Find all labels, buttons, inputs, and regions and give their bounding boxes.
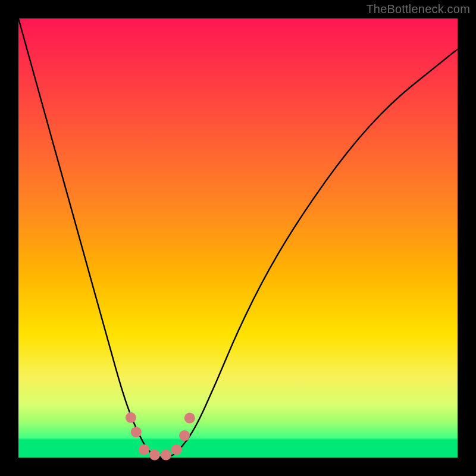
watermark-text: TheBottleneck.com	[366, 2, 470, 16]
chart-frame: TheBottleneck.com	[0, 0, 476, 476]
marker-dot	[184, 413, 195, 424]
curve-line	[18, 18, 458, 458]
marker-dot	[161, 450, 171, 461]
marker-dot	[131, 427, 142, 437]
marker-dot	[149, 450, 160, 461]
marker-dot	[126, 412, 136, 423]
marker-dot	[139, 444, 149, 455]
marker-dot	[179, 430, 190, 441]
bottleneck-curve	[18, 18, 458, 458]
curve-markers	[126, 412, 195, 461]
plot-area	[18, 18, 458, 458]
marker-dot	[171, 444, 182, 455]
